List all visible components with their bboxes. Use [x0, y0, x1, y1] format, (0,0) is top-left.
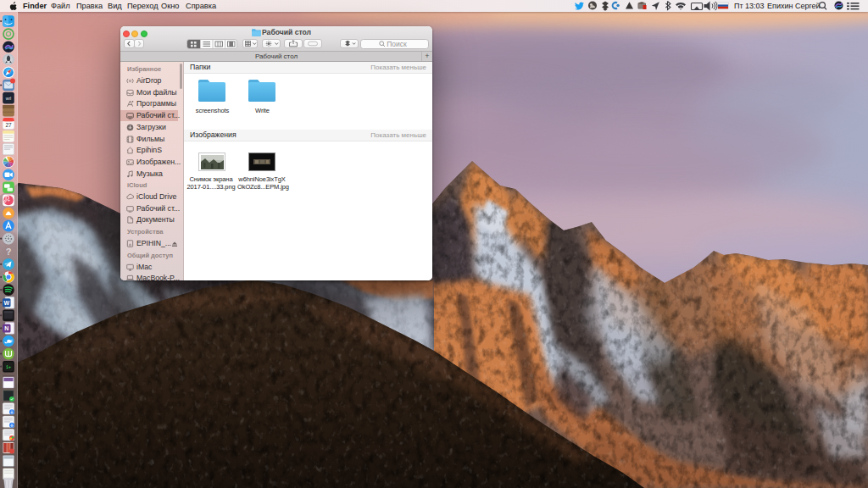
svg-text:Епихин Сергей: Епихин Сергей	[767, 2, 821, 10]
svg-text:W: W	[3, 300, 9, 306]
svg-text:N: N	[4, 325, 8, 331]
svg-text:Пт 13:03: Пт 13:03	[734, 2, 765, 10]
svg-text:1+: 1+	[6, 365, 11, 370]
svg-text:27: 27	[5, 122, 12, 128]
svg-text:?: ?	[6, 247, 12, 257]
svg-text:wrl: wrl	[6, 96, 11, 101]
